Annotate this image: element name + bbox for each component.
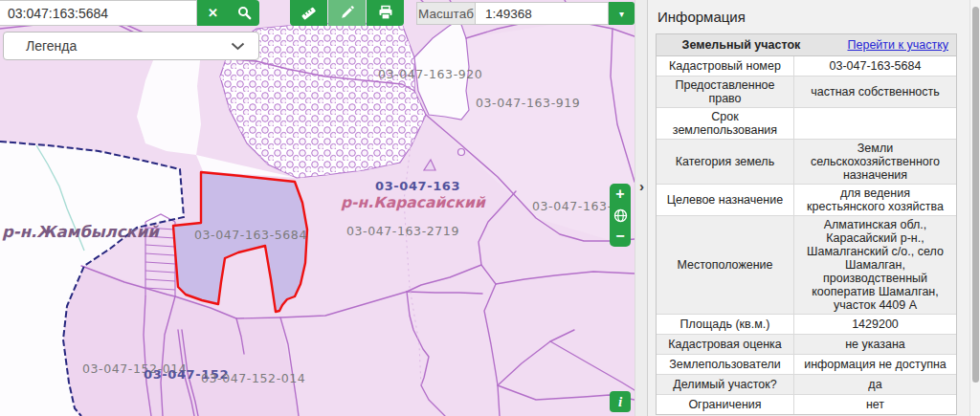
legend-dropdown[interactable]: Легенда <box>3 32 259 60</box>
scale-dropdown-button[interactable]: ▾ <box>609 2 635 25</box>
row-value: 1429200 <box>794 315 956 334</box>
map-label-2719: 03-047-163-2719 <box>346 224 459 238</box>
panel-scrollbar[interactable] <box>969 0 980 416</box>
map-label-zhambyl-district: р-н.Жамбылский <box>2 223 160 241</box>
cadastral-map-app: 03-047-163-920 03-047-163-919 03-047-163… <box>0 0 980 416</box>
row-value: не указана <box>794 335 956 354</box>
pencil-icon <box>339 5 355 21</box>
land-parcel-section: Земельный участок Перейти к участку Када… <box>656 33 957 415</box>
table-row: Ограничения нет <box>657 395 956 414</box>
row-value: частная собственность <box>794 77 956 107</box>
scale-input[interactable] <box>476 2 609 25</box>
row-label: Кадастровый номер <box>657 56 794 76</box>
print-button[interactable] <box>367 0 404 26</box>
ruler-icon <box>300 5 318 22</box>
table-row: Кадастровая оценка не указана <box>657 335 956 355</box>
panel-title: Информация <box>648 0 980 32</box>
map-toolbar <box>290 0 404 26</box>
row-label: Местоположение <box>657 216 794 314</box>
table-row: Предоставленное право частная собственно… <box>657 77 956 108</box>
zoom-in-button[interactable]: + <box>610 184 631 205</box>
row-label: Ограничения <box>657 395 794 414</box>
chevron-down-icon: ▾ <box>619 9 624 19</box>
row-label: Кадастровая оценка <box>657 335 794 354</box>
globe-icon <box>613 208 628 223</box>
map-label-5684: 03-047-163-5684 <box>194 228 307 242</box>
draw-button[interactable] <box>328 0 366 26</box>
map-label-163: 03-047-163 <box>375 179 460 193</box>
goto-parcel-link[interactable]: Перейти к участку <box>848 38 949 52</box>
printer-icon <box>377 5 394 21</box>
map-zoom-controls: + − <box>610 184 631 247</box>
map-svg: 03-047-163-920 03-047-163-919 03-047-163… <box>0 0 635 416</box>
row-label: Категория земель <box>657 140 794 184</box>
table-row: Целевое назначение для ведения крестьянс… <box>657 185 956 216</box>
table-row: Местоположение Алматинская обл., Карасай… <box>657 216 956 315</box>
close-icon: ✕ <box>208 6 218 20</box>
row-value: Земли сельскохозяйственного назначения <box>794 140 956 184</box>
row-label: Срок землепользования <box>657 108 794 139</box>
zoom-out-button[interactable]: − <box>610 226 631 247</box>
table-row: Площадь (кв.м.) 1429200 <box>657 315 956 335</box>
row-value: для ведения крестьянского хозяйства <box>794 185 956 215</box>
scrollbar-thumb[interactable] <box>972 7 979 383</box>
row-label: Землепользователи <box>657 355 794 374</box>
legend-label: Легенда <box>4 38 77 54</box>
row-label: Предоставленное право <box>657 77 794 107</box>
search-input[interactable] <box>0 0 197 26</box>
map-info-button[interactable]: i <box>610 391 631 412</box>
row-label: Площадь (кв.м.) <box>657 315 794 334</box>
map-label-919: 03-047-163-919 <box>476 96 580 110</box>
row-value: Алматинская обл., Карасайский р-н., Шама… <box>794 216 956 314</box>
map-label-152014-b: 03-047-152-014 <box>201 371 305 385</box>
measure-button[interactable] <box>290 0 327 26</box>
chevron-down-icon <box>231 42 245 51</box>
search-icon <box>237 6 252 20</box>
row-value: информация не доступна <box>794 355 956 374</box>
panel-splitter[interactable]: › <box>635 0 647 416</box>
section-title: Земельный участок <box>657 38 826 52</box>
circle-landmark <box>458 149 465 156</box>
plus-icon: + <box>615 186 624 202</box>
row-label: Делимый участок? <box>657 375 794 394</box>
globe-button[interactable] <box>610 205 631 226</box>
map-label-karasay-district: р-н.Карасайский <box>341 194 486 211</box>
row-value: 03-047-163-5684 <box>794 56 956 76</box>
row-label: Целевое назначение <box>657 185 794 215</box>
map-canvas[interactable]: 03-047-163-920 03-047-163-919 03-047-163… <box>0 0 635 416</box>
minus-icon: − <box>615 229 624 244</box>
table-row: Землепользователи информация не доступна <box>657 355 956 375</box>
info-icon: i <box>618 394 622 410</box>
row-value: нет <box>794 395 956 414</box>
map-label-920: 03-047-163-920 <box>378 67 482 81</box>
table-row: Делимый участок? да <box>657 375 956 395</box>
table-row: Категория земель Земли сельскохозяйствен… <box>657 140 956 185</box>
table-row: Кадастровый номер 03-047-163-5684 <box>657 56 956 77</box>
row-value: да <box>794 375 956 394</box>
table-row: Срок землепользования <box>657 108 956 140</box>
row-value <box>794 108 956 139</box>
panel-body: Земельный участок Перейти к участку Када… <box>656 33 957 416</box>
info-panel: Информация Земельный участок Перейти к у… <box>647 0 980 416</box>
clear-search-button[interactable]: ✕ <box>197 0 229 26</box>
scale-label: Масштаб <box>416 2 476 25</box>
search-button[interactable] <box>229 0 259 26</box>
section-header: Земельный участок Перейти к участку <box>657 34 956 56</box>
